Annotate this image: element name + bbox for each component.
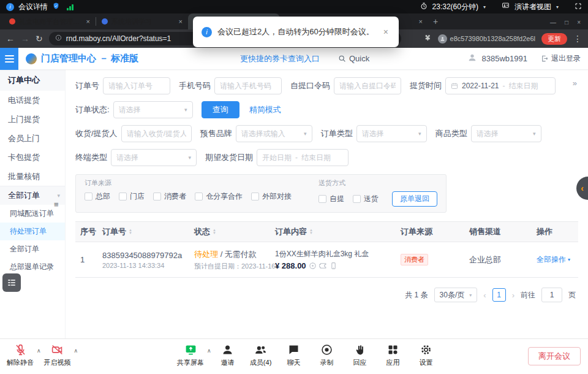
meeting-details[interactable]: i 会议详情 [6,2,74,12]
unmute-button[interactable]: 解除静音 [4,339,37,367]
view-mode-label[interactable]: 演讲者视图 [514,2,551,12]
wechat-icon [309,262,317,270]
window-minimize-icon[interactable]: — [550,19,556,26]
phone-input[interactable] [214,77,282,94]
leave-meeting-button[interactable]: 离开会议 [528,347,581,365]
browser-update-button[interactable]: 更新 [541,33,567,45]
ship-date-range[interactable]: 开始日期 - 结束日期 [257,149,349,166]
pickup-code-label: 自提口令码 [290,80,330,91]
sort-icon[interactable]: ▲▼ [309,229,313,235]
members-button[interactable]: 成员(4) [244,339,277,367]
tab2-close-icon[interactable]: × [179,18,183,25]
new-tab-button[interactable]: + [433,17,438,26]
coupon-query-link[interactable]: 更快捷的券卡查询入口 [240,53,320,64]
checkbox-store[interactable]: 门店 [119,191,145,202]
window-close-icon[interactable]: × [577,19,581,26]
chevron-left-icon: ‹ [581,183,584,193]
menu-drag-handle-icon[interactable]: ≡ [54,200,59,208]
checkbox-hq[interactable]: 总部 [85,191,110,202]
prev-page-icon[interactable]: ‹ [483,291,486,300]
tab5-close-icon[interactable]: × [419,18,423,25]
back-icon[interactable]: ← [6,34,15,43]
checkbox-delivery[interactable]: 送货 [353,194,379,204]
order-number[interactable]: 83859345088979792a [102,251,189,260]
forward-icon[interactable]: → [21,34,29,43]
share-screen-button[interactable]: 共享屏幕 [174,339,207,367]
sidebar-section-order-center[interactable]: 订单中心 [0,70,65,91]
goods-type-select[interactable]: 请选择 ▾ [471,125,541,142]
mic-options-chevron-icon[interactable]: ∧ [37,348,41,367]
sidebar-item-door-pickup[interactable]: 上门提货 [0,110,65,129]
start-video-button[interactable]: 开启视频 [41,339,74,367]
goto-page-input[interactable] [541,288,562,302]
network-signal-icon[interactable] [67,4,74,10]
sidebar-toggle-button[interactable] [0,48,18,70]
sort-icon[interactable]: ▲▼ [213,229,216,235]
original-return-button[interactable]: 原单退回 [392,191,437,207]
view-chevron-icon[interactable]: ▾ [556,4,559,10]
chat-button[interactable]: 聊天 [277,339,311,367]
all-actions-dropdown[interactable]: 全部操作 ▾ [537,254,578,265]
shield-check-icon[interactable] [52,2,60,12]
checkbox-consumer[interactable]: 消费者 [153,191,186,202]
site-info-icon[interactable] [55,34,62,43]
sidebar-item-phone-pickup[interactable]: 电话提货 [0,91,65,110]
settings-button[interactable]: 设置 [410,339,443,367]
fullscreen-icon[interactable] [575,2,582,12]
share-options-chevron-icon[interactable]: ∧ [207,348,211,367]
order-status-select[interactable]: 请选择 ▾ [113,101,193,118]
checkbox-external[interactable]: 外部对接 [251,191,292,202]
next-page-icon[interactable]: › [512,291,514,300]
brand-select[interactable]: 请选择或输入 ▾ [236,125,312,142]
receiver-input[interactable] [121,125,192,142]
browser-tab-1[interactable]: 礼盒电商平台管理中心 × [4,13,96,29]
logout-button[interactable]: 退出登录 [541,53,581,64]
floating-list-button[interactable] [2,273,21,292]
order-no-input[interactable] [103,77,170,94]
checkbox-warehouse-coop[interactable]: 仓分享合作 [195,191,243,202]
timer-chevron-icon[interactable]: ▾ [483,4,486,10]
browser-tab-2[interactable]: 系统培训学习 × [96,13,188,29]
checkbox-self-pickup[interactable]: 自提 [318,194,344,204]
username[interactable]: 8385wb1991 [482,54,527,63]
col-status[interactable]: 状态▲▼ [189,226,270,237]
current-page[interactable]: 1 [492,288,506,302]
sort-icon[interactable]: ▲▼ [129,229,132,235]
video-options-chevron-icon[interactable]: ∧ [74,348,78,367]
pay-note: / 无需付款 [221,250,257,259]
sidebar-item-member-visit[interactable]: 会员上门 [0,129,65,148]
collapse-filters-icon[interactable]: » [573,78,577,88]
tab1-close-icon[interactable]: × [86,18,90,25]
meeting-topbar: i 会议详情 23:32(60分钟) ▾ 演讲者视图 ▾ [0,0,588,13]
extensions-puzzle-icon[interactable] [424,33,432,44]
window-maximize-icon[interactable]: □ [565,19,568,26]
col-content[interactable]: 订单内容▲▼ [270,226,396,237]
apps-grid-icon [386,343,399,356]
delivery-method-label: 送货方式 [318,178,437,188]
sidebar-item-pending-orders[interactable]: 待处理订单 [0,223,65,240]
page-size-select[interactable]: 30条/页 ▾ [434,288,478,302]
simple-mode-link[interactable]: 精简模式 [249,104,281,115]
sidebar-item-all-orders[interactable]: 全部订单 [0,240,65,258]
quick-search[interactable]: Quick [338,54,369,63]
toast-close-icon[interactable]: × [383,27,388,37]
chat-label: 聊天 [287,358,301,367]
col-order-no[interactable]: 订单号▲▼ [97,226,189,237]
sidebar-item-card-pickup[interactable]: 卡包提货 [0,148,65,167]
reload-icon[interactable]: ↻ [36,34,43,43]
browser-menu-icon[interactable]: ⋮ [573,34,582,43]
sidebar-item-batch-verify[interactable]: 批量核销 [0,167,65,186]
unmute-label: 解除静音 [7,358,34,367]
reaction-button[interactable]: 回应 [344,339,377,367]
terminal-type-select[interactable]: 请选择 ▾ [111,149,197,166]
apps-button[interactable]: 应用 [377,339,410,367]
invite-button[interactable]: 邀请 [211,339,244,367]
order-type-select[interactable]: 请选择 ▾ [356,125,427,142]
search-button[interactable]: 查询 [202,101,239,118]
record-button[interactable]: 录制 [311,339,344,367]
toast-info-icon: i [202,27,212,37]
pickup-time-range[interactable]: 2022-11-21 - 结束日期 [445,77,556,94]
browser-profile-chip[interactable]: e8c573980b1328a258fd2e6l [438,34,535,44]
pickup-code-input[interactable] [334,77,401,94]
logout-label: 退出登录 [551,53,581,64]
